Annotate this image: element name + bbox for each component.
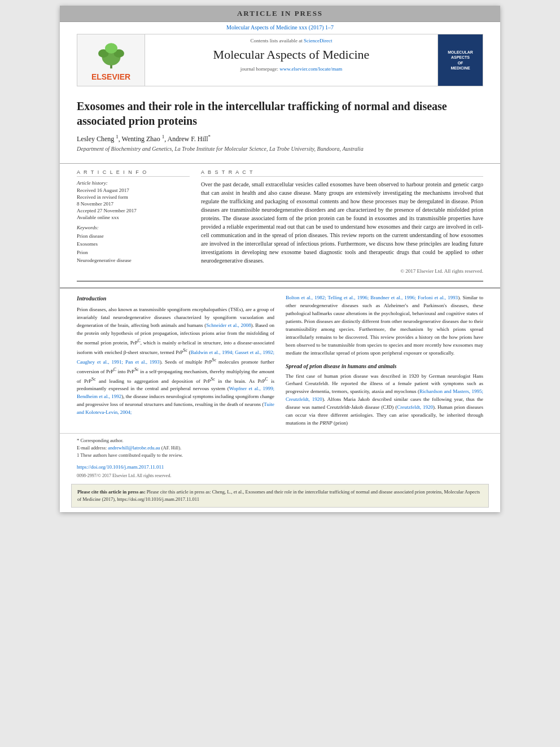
doi-link[interactable]: https://doi.org/10.1016/j.mam.2017.11.01… — [77, 464, 164, 470]
creutzfeldt-ref[interactable]: Creutzfeldt, 1920 — [397, 404, 433, 410]
abstract-text: Over the past decade, small extracellula… — [201, 180, 483, 265]
aip-banner-text: ARTICLE IN PRESS — [237, 9, 323, 18]
article-title: Exosomes and their role in the intercell… — [77, 99, 483, 128]
article-info-heading: A R T I C L E I N F O — [77, 169, 190, 177]
copyright-line: © 2017 Elsevier Ltd. All rights reserved… — [201, 268, 483, 274]
spread-subheading: Spread of prion disease in humans and an… — [286, 362, 483, 370]
email-link[interactable]: andrewhill@latrobe.edu.au — [108, 445, 160, 451]
homepage-url[interactable]: www.elsevier.com/locate/mam — [279, 66, 342, 72]
elsevier-logo: ELSEVIER — [77, 34, 145, 86]
article-section: Exosomes and their role in the intercell… — [60, 89, 500, 163]
contents-prefix: Contents lists available at — [251, 38, 304, 43]
homepage-prefix: journal homepage: — [240, 66, 279, 72]
wopfner-ref[interactable]: Wopfner et al., 1999; Bendheim et al., 1… — [77, 386, 274, 399]
bolton-ref[interactable]: Bolton et al., 1982; Telling et al., 199… — [286, 295, 458, 300]
article-info-abstract: A R T I C L E I N F O Article history: R… — [60, 163, 500, 274]
equal-contrib-text: 1 These authors have contributed equally… — [77, 452, 183, 458]
body-col-left: Introduction Prion diseases, also known … — [77, 294, 274, 427]
body-section: Introduction Prion diseases, also known … — [60, 287, 500, 433]
tuite-ref[interactable]: Tuite and Koloteva-Levin, 2004; — [77, 401, 274, 415]
email-note: E-mail address: andrewhill@latrobe.edu.a… — [77, 444, 483, 452]
keywords-label: Keywords: — [77, 225, 190, 230]
history-label: Article history: — [77, 180, 190, 186]
keywords-list: Prion diseaseExosomesPrionNeurodegenerat… — [77, 232, 190, 265]
body-col-right: Bolton et al., 1982; Telling et al., 199… — [286, 294, 483, 427]
journal-center: Contents lists available at ScienceDirec… — [145, 34, 438, 86]
keywords-block: Keywords: Prion diseaseExosomesPrionNeur… — [77, 225, 190, 265]
journal-logo-right: MOLECULARASPECTSOFMEDICINE — [438, 34, 483, 86]
journal-volume-info: Molecular Aspects of Medicine xxx (2017)… — [226, 24, 334, 30]
authors: Lesley Cheng 1, Wenting Zhao 1, Andrew F… — [77, 134, 483, 143]
abstract-col: A B S T R A C T Over the past decade, sm… — [201, 169, 483, 274]
corresponding-note: * Corresponding author. — [77, 437, 483, 444]
revised-label: Received in revised form — [77, 194, 190, 200]
available-online: Available online xxx — [77, 215, 190, 220]
footnotes: * Corresponding author. E-mail address: … — [60, 433, 500, 462]
history-block: Article history: Received 16 August 2017… — [77, 180, 190, 220]
schneider-ref[interactable]: Schneider et al., 2008 — [206, 322, 251, 328]
article-page: ARTICLE IN PRESS Molecular Aspects of Me… — [60, 6, 500, 512]
journal-info-line: Molecular Aspects of Medicine xxx (2017)… — [60, 22, 500, 32]
elsevier-tree-icon — [91, 39, 131, 70]
equal-contrib-note: 1 These authors have contributed equally… — [77, 452, 483, 459]
issn-line: 0098-2997/© 2017 Elsevier Ltd. All right… — [60, 472, 500, 479]
abstract-heading: A B S T R A C T — [201, 169, 483, 177]
article-info-col: A R T I C L E I N F O Article history: R… — [77, 169, 190, 274]
homepage-line: journal homepage: www.elsevier.com/locat… — [240, 66, 342, 72]
journal-header: ELSEVIER Contents lists available at Sci… — [77, 34, 483, 86]
citation-please: Please cite this article in press as: — [77, 489, 146, 495]
received-date: Received 16 August 2017 — [77, 187, 190, 193]
sciencedirect-link[interactable]: ScienceDirect — [304, 38, 332, 43]
email-suffix: (AF. Hill). — [160, 445, 182, 451]
citation-bar: Please cite this article in press as: Pl… — [71, 484, 489, 508]
journal-logo-text: MOLECULARASPECTSOFMEDICINE — [448, 50, 473, 70]
accepted-date: Accepted 27 November 2017 — [77, 208, 190, 213]
contents-line: Contents lists available at ScienceDirec… — [251, 38, 333, 43]
aip-banner: ARTICLE IN PRESS — [60, 6, 500, 22]
body-two-col: Introduction Prion diseases, also known … — [77, 294, 483, 427]
journal-title: Molecular Aspects of Medicine — [213, 47, 370, 62]
elsevier-brand-text: ELSEVIER — [91, 72, 130, 81]
intro-text-col2-p1: Bolton et al., 1982; Telling et al., 199… — [286, 294, 483, 357]
richardson-ref[interactable]: Richardson and Masters, 1995; Creutzfeld… — [286, 388, 483, 402]
intro-text-col2-p2: The first case of human prion disease wa… — [286, 373, 483, 428]
intro-text-col1: Prion diseases, also known as transmissi… — [77, 306, 274, 417]
intro-heading: Introduction — [77, 294, 274, 303]
email-label: E-mail address: — [77, 445, 108, 451]
svg-point-4 — [105, 43, 117, 53]
baldwin-ref[interactable]: Baldwin et al., 1994; Gasset et al., 199… — [77, 350, 274, 365]
doi-line: https://doi.org/10.1016/j.mam.2017.11.01… — [60, 462, 500, 472]
affiliation: Department of Biochemistry and Genetics,… — [77, 146, 483, 152]
revised-date: 8 November 2017 — [77, 201, 190, 207]
corresponding-text: * Corresponding author. — [77, 438, 123, 443]
